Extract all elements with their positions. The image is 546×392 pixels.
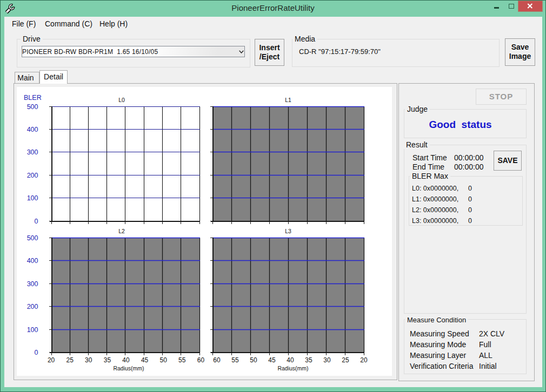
svg-text:20: 20 [360,356,368,364]
svg-text:60: 60 [197,356,205,364]
svg-text:25: 25 [342,356,349,364]
svg-text:55: 55 [178,356,186,364]
svg-text:200: 200 [27,172,38,179]
svg-text:55: 55 [231,356,239,364]
svg-text:500: 500 [27,103,38,111]
svg-text:0: 0 [35,349,38,356]
svg-text:40: 40 [287,356,294,364]
svg-text:50: 50 [160,356,168,364]
svg-text:500: 500 [27,234,38,242]
svg-text:50: 50 [250,356,257,364]
svg-text:20: 20 [48,356,55,364]
svg-text:35: 35 [305,356,312,364]
svg-text:Radius(mm): Radius(mm) [113,365,144,371]
svg-text:300: 300 [27,148,38,156]
svg-text:L2: L2 [118,228,125,234]
svg-text:L3: L3 [285,228,291,234]
svg-text:40: 40 [122,356,130,364]
svg-text:BLER: BLER [24,94,42,102]
svg-text:0: 0 [35,218,38,225]
svg-text:30: 30 [323,356,331,364]
svg-text:300: 300 [27,280,38,288]
svg-text:35: 35 [104,356,111,364]
svg-text:45: 45 [141,356,149,364]
svg-text:30: 30 [85,356,92,364]
svg-text:25: 25 [66,356,74,364]
svg-text:L0: L0 [118,97,125,103]
svg-text:L1: L1 [285,97,291,103]
svg-text:45: 45 [268,356,276,364]
svg-text:100: 100 [27,194,38,202]
svg-text:400: 400 [27,126,38,133]
svg-text:400: 400 [27,257,38,265]
svg-text:200: 200 [27,303,38,310]
svg-text:60: 60 [213,356,221,364]
svg-text:Radius(mm): Radius(mm) [277,365,308,371]
svg-text:100: 100 [27,326,38,334]
